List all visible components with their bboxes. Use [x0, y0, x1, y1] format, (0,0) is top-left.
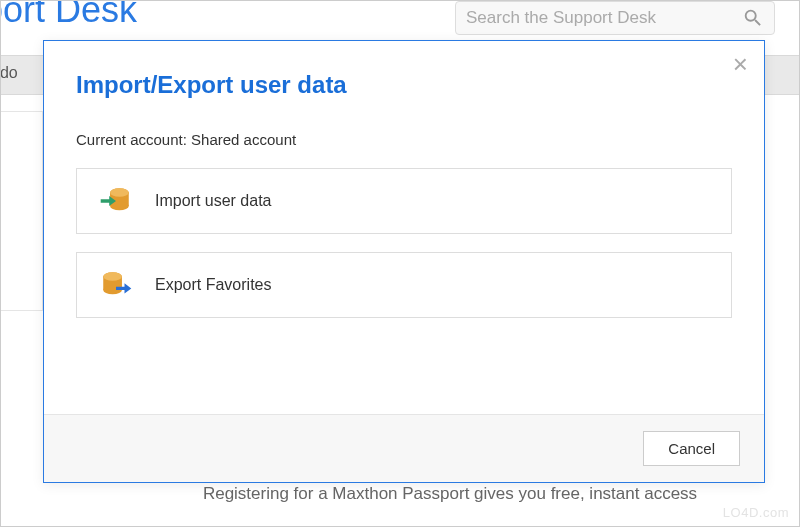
search-icon [742, 7, 764, 29]
svg-point-3 [110, 188, 129, 197]
close-icon[interactable]: × [733, 51, 748, 77]
dialog-footer: Cancel [44, 414, 764, 482]
export-database-icon [99, 268, 133, 302]
current-account-line: Current account: Shared account [76, 131, 732, 148]
body-text-fragment: Registering for a Maxthon Passport gives… [121, 481, 779, 507]
account-value: Shared account [191, 131, 296, 148]
import-database-icon [99, 184, 133, 218]
import-user-data-option[interactable]: Import user data [76, 168, 732, 234]
svg-point-7 [103, 272, 122, 281]
account-label: Current account: [76, 131, 187, 148]
tab-fragment: ndo [0, 64, 18, 82]
import-export-dialog: × Import/Export user data Current accoun… [43, 40, 765, 483]
dialog-title: Import/Export user data [76, 71, 732, 99]
export-option-label: Export Favorites [155, 276, 271, 294]
import-option-label: Import user data [155, 192, 272, 210]
export-favorites-option[interactable]: Export Favorites [76, 252, 732, 318]
search-placeholder: Search the Support Desk [466, 8, 742, 28]
watermark: LO4D.com [723, 505, 789, 520]
cancel-button[interactable]: Cancel [643, 431, 740, 466]
sidebar-fragment [1, 111, 43, 311]
page-title-fragment: pport Desk [0, 0, 137, 31]
search-box[interactable]: Search the Support Desk [455, 1, 775, 35]
